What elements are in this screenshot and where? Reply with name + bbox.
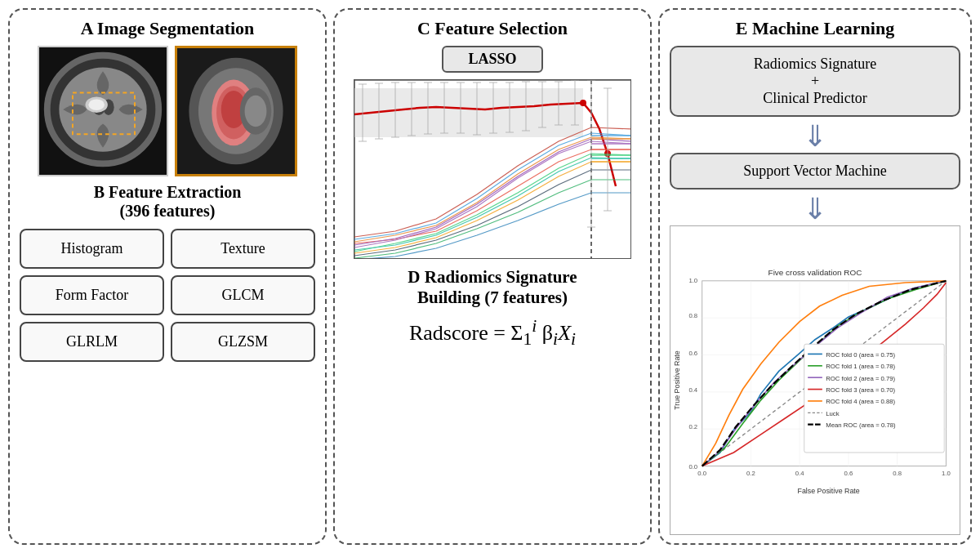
svg-text:0.4: 0.4 bbox=[688, 386, 697, 394]
feature-glzsm: GLZSM bbox=[171, 322, 315, 362]
svg-text:0.0: 0.0 bbox=[697, 470, 706, 477]
svg-text:ROC fold 3 (area = 0.70): ROC fold 3 (area = 0.70) bbox=[826, 386, 895, 394]
panel-a-title: A Image Segmentation bbox=[81, 18, 255, 39]
svg-text:1.0: 1.0 bbox=[942, 470, 951, 477]
svg-rect-17 bbox=[354, 88, 583, 137]
svg-text:False Positive Rate: False Positive Rate bbox=[798, 487, 860, 495]
svg-text:1.0: 1.0 bbox=[688, 277, 697, 284]
feature-extraction-title: B Feature Extraction (396 features) bbox=[20, 183, 315, 221]
svg-text:0.4: 0.4 bbox=[795, 470, 804, 477]
panel-c: C Feature Selection LASSO bbox=[333, 8, 652, 545]
rad-sig-title: D Radiomics Signature Building (7 featur… bbox=[408, 267, 577, 308]
feature-grid: Histogram Texture Form Factor GLCM GLRLM… bbox=[20, 229, 315, 362]
lasso-chart bbox=[354, 79, 631, 259]
feature-glrlm: GLRLM bbox=[20, 322, 164, 362]
feature-form-factor: Form Factor bbox=[20, 275, 164, 315]
feature-histogram: Histogram bbox=[20, 229, 164, 269]
svg-text:ROC fold 4 (area = 0.88): ROC fold 4 (area = 0.88) bbox=[826, 398, 895, 405]
panel-e-title: E Machine Learning bbox=[736, 18, 894, 39]
panel-e: E Machine Learning Radiomics Signature +… bbox=[658, 8, 972, 545]
svg-text:0.6: 0.6 bbox=[844, 470, 853, 477]
svg-text:Luck: Luck bbox=[826, 410, 839, 417]
feature-glcm: GLCM bbox=[171, 275, 315, 315]
lasso-label: LASSO bbox=[442, 46, 542, 73]
radscore-formula: Radscore = Σ1i βiXi bbox=[409, 316, 576, 350]
svg-point-18 bbox=[580, 100, 586, 106]
svg-text:ROC fold 0 (area = 0.75): ROC fold 0 (area = 0.75) bbox=[826, 351, 895, 359]
feature-extraction-section: B Feature Extraction (396 features) Hist… bbox=[20, 183, 315, 362]
panel-c-title: C Feature Selection bbox=[417, 18, 568, 39]
svg-text:ROC fold 1 (area = 0.78): ROC fold 1 (area = 0.78) bbox=[826, 363, 895, 370]
panel-a: A Image Segmentation bbox=[8, 8, 327, 545]
feature-texture: Texture bbox=[171, 229, 315, 269]
mri-scan-image bbox=[175, 46, 297, 176]
svg-text:ROC fold 2 (area = 0.79): ROC fold 2 (area = 0.79) bbox=[826, 375, 895, 382]
svg-text:0.8: 0.8 bbox=[893, 470, 902, 477]
roc-chart: Five cross validation ROC False Positive… bbox=[670, 225, 960, 535]
svg-text:0.0: 0.0 bbox=[688, 463, 697, 470]
ct-scan-image bbox=[38, 46, 168, 176]
svg-text:0.8: 0.8 bbox=[688, 312, 697, 319]
svg-text:0.6: 0.6 bbox=[688, 350, 697, 357]
svg-text:0.2: 0.2 bbox=[688, 423, 697, 430]
svg-text:True Positive Rate: True Positive Rate bbox=[673, 350, 681, 409]
svg-text:Five cross validation ROC: Five cross validation ROC bbox=[768, 268, 862, 277]
svg-point-15 bbox=[245, 96, 267, 127]
arrow-down-1: ⇓ bbox=[803, 122, 827, 151]
svg-point-6 bbox=[88, 99, 105, 110]
arrow-down-2: ⇓ bbox=[803, 194, 827, 224]
svg-text:0.2: 0.2 bbox=[746, 470, 755, 477]
radiomics-signature-box: Radiomics Signature + Clinical Predictor bbox=[670, 46, 960, 117]
svg-text:Mean ROC (area = 0.78): Mean ROC (area = 0.78) bbox=[826, 421, 896, 429]
svm-box: Support Vector Machine bbox=[670, 153, 960, 190]
brain-images bbox=[38, 46, 297, 176]
